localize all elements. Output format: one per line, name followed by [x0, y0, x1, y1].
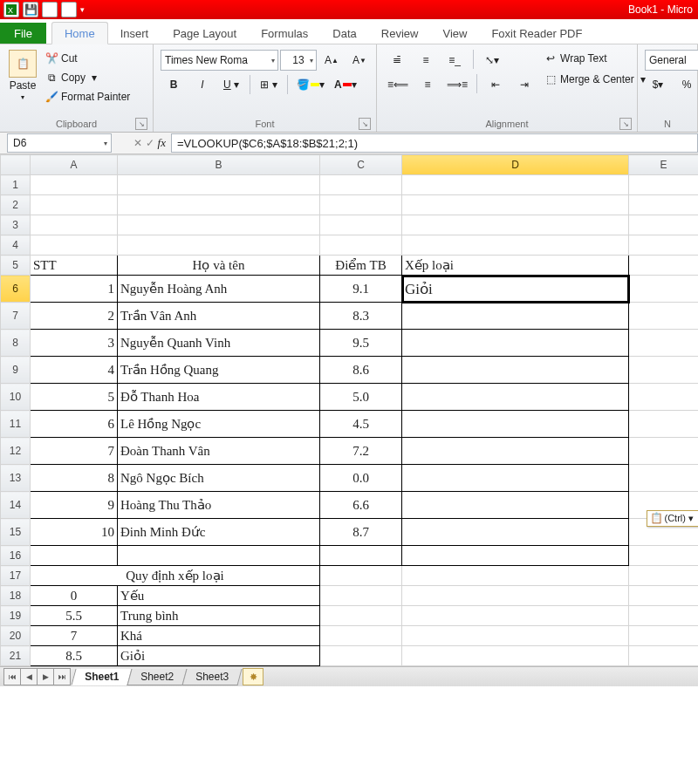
cell[interactable]: 8.6: [320, 357, 402, 384]
cell[interactable]: [402, 195, 629, 215]
cell[interactable]: [629, 303, 699, 330]
new-sheet-button[interactable]: ✸: [243, 668, 263, 685]
cell[interactable]: STT: [31, 256, 118, 276]
cell[interactable]: 5.5: [31, 606, 118, 626]
tab-insert[interactable]: Insert: [108, 23, 161, 44]
cell[interactable]: 5.0: [320, 384, 402, 411]
cell[interactable]: [402, 492, 629, 519]
cell[interactable]: 7: [31, 626, 118, 646]
cell[interactable]: [629, 276, 699, 303]
file-tab[interactable]: File: [0, 23, 46, 44]
row-header[interactable]: 8: [1, 330, 31, 357]
cell[interactable]: [629, 384, 699, 411]
fill-color-button[interactable]: 🪣 ▾: [293, 74, 328, 95]
underline-button[interactable]: U ▾: [218, 74, 244, 95]
cell[interactable]: [31, 215, 118, 235]
font-size-select[interactable]: 13 ▾: [280, 50, 317, 71]
prev-sheet-button[interactable]: ◀: [20, 668, 38, 685]
cell[interactable]: Nguyễn Hoàng Anh: [118, 276, 320, 303]
merge-center-button[interactable]: ⬚ Merge & Center ▾: [544, 71, 646, 88]
percent-format-button[interactable]: %: [674, 74, 698, 95]
align-middle-button[interactable]: ≡: [413, 50, 439, 71]
row-header[interactable]: 12: [1, 438, 31, 465]
cell[interactable]: [320, 215, 402, 235]
cell[interactable]: [629, 330, 699, 357]
cell[interactable]: Hoàng Thu Thảo: [118, 492, 320, 519]
cell[interactable]: [402, 586, 629, 606]
cell[interactable]: 9: [31, 492, 118, 519]
increase-indent-button[interactable]: ⇥: [511, 74, 537, 95]
tab-foxit-pdf[interactable]: Foxit Reader PDF: [479, 23, 594, 44]
align-top-button[interactable]: ≡̄: [384, 50, 410, 71]
cell[interactable]: [402, 606, 629, 626]
next-sheet-button[interactable]: ▶: [37, 668, 54, 685]
redo-icon[interactable]: ↷: [61, 2, 77, 17]
select-all-corner[interactable]: [1, 155, 31, 175]
row-header[interactable]: 11: [1, 411, 31, 438]
cell[interactable]: [320, 546, 402, 566]
cell[interactable]: [629, 411, 699, 438]
row-header[interactable]: 21: [1, 646, 31, 666]
tab-formulas[interactable]: Formulas: [249, 23, 320, 44]
cell[interactable]: [31, 235, 118, 256]
cell[interactable]: Điểm TB: [320, 256, 402, 276]
cell[interactable]: [320, 195, 402, 215]
row-header[interactable]: 6: [1, 276, 31, 303]
cell[interactable]: [629, 175, 699, 195]
cell[interactable]: [118, 195, 320, 215]
qat-customize-icon[interactable]: ▾: [80, 5, 85, 14]
dialog-launcher-icon[interactable]: ↘: [359, 118, 371, 130]
cell[interactable]: [629, 606, 699, 626]
row-header[interactable]: 13: [1, 465, 31, 492]
row-header[interactable]: 20: [1, 626, 31, 646]
active-cell[interactable]: Giỏi: [402, 276, 629, 303]
font-name-select[interactable]: Times New Roma ▾: [161, 50, 278, 71]
cell[interactable]: [118, 546, 320, 566]
sheet-tab-1[interactable]: Sheet1: [71, 669, 132, 685]
row-header[interactable]: 14: [1, 492, 31, 519]
cell[interactable]: [402, 235, 629, 256]
col-header-C[interactable]: C: [320, 155, 402, 175]
wrap-text-button[interactable]: ↩ Wrap Text: [544, 50, 646, 67]
decrease-font-icon[interactable]: A▼: [346, 50, 373, 71]
cell[interactable]: Xếp loại: [402, 256, 629, 276]
cell[interactable]: Đỗ Thanh Hoa: [118, 384, 320, 411]
column-headers[interactable]: A B C D E: [1, 155, 699, 175]
cell[interactable]: [31, 546, 118, 566]
tab-data[interactable]: Data: [320, 23, 368, 44]
row-header[interactable]: 3: [1, 215, 31, 235]
row-header[interactable]: 16: [1, 546, 31, 566]
cell[interactable]: 6.6: [320, 492, 402, 519]
align-bottom-button[interactable]: ≡_: [441, 50, 468, 71]
excel-icon[interactable]: X: [3, 2, 19, 17]
cell[interactable]: [629, 438, 699, 465]
cell[interactable]: [402, 303, 629, 330]
cell[interactable]: Trần Hồng Quang: [118, 357, 320, 384]
cell[interactable]: [629, 546, 699, 566]
cell[interactable]: [118, 175, 320, 195]
cell[interactable]: 2: [31, 303, 118, 330]
cell[interactable]: [629, 195, 699, 215]
tab-page-layout[interactable]: Page Layout: [161, 23, 249, 44]
cell[interactable]: [402, 175, 629, 195]
dialog-launcher-icon[interactable]: ↘: [619, 118, 632, 130]
cell[interactable]: 4.5: [320, 411, 402, 438]
col-header-A[interactable]: A: [31, 155, 118, 175]
align-left-button[interactable]: ≡⟸: [384, 74, 412, 95]
cell[interactable]: Nguyễn Quanh Vinh: [118, 330, 320, 357]
cell[interactable]: [402, 646, 629, 666]
cell[interactable]: [320, 175, 402, 195]
cell[interactable]: [402, 384, 629, 411]
cell[interactable]: Yếu: [118, 586, 320, 606]
cell[interactable]: 6: [31, 411, 118, 438]
cell[interactable]: [629, 626, 699, 646]
cell[interactable]: Ngô Ngọc Bích: [118, 465, 320, 492]
cell[interactable]: [629, 566, 699, 586]
cell[interactable]: [31, 195, 118, 215]
cell[interactable]: [402, 330, 629, 357]
accounting-format-button[interactable]: $▾: [645, 74, 671, 95]
cell[interactable]: [629, 235, 699, 256]
cell[interactable]: [402, 626, 629, 646]
cell[interactable]: 8: [31, 465, 118, 492]
cell[interactable]: Trung bình: [118, 606, 320, 626]
